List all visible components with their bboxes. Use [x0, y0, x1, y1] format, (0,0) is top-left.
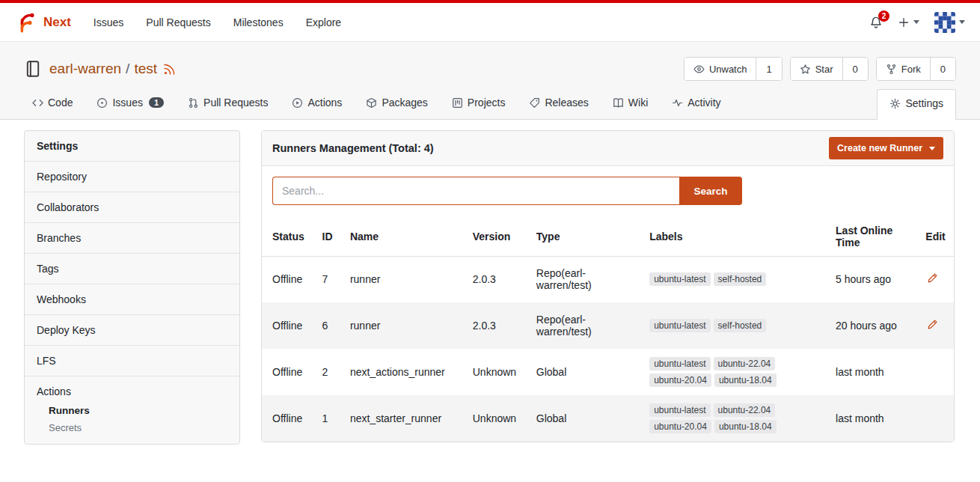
book-icon — [613, 97, 624, 109]
tab-label: Pull Requests — [203, 97, 268, 109]
runner-labels: ubuntu-latestubuntu-22.04ubuntu-20.04ubu… — [643, 395, 830, 442]
pr-icon — [188, 97, 199, 109]
column-header-version: Version — [467, 217, 530, 256]
sidebar-item-deploy-keys[interactable]: Deploy Keys — [25, 315, 239, 346]
nav-item-explore[interactable]: Explore — [306, 16, 341, 28]
tab-code[interactable]: Code — [24, 88, 81, 119]
sidebar-item-label: Deploy Keys — [25, 315, 239, 345]
fork-label: Fork — [901, 64, 921, 75]
runner-last-online: last month — [830, 349, 919, 395]
tab-issues[interactable]: Issues1 — [88, 88, 172, 119]
column-header-status: Status — [262, 217, 316, 256]
runner-last-online: 5 hours ago — [830, 256, 919, 302]
sidebar-item-label: Branches — [25, 223, 239, 253]
runner-version: 2.0.3 — [467, 256, 530, 302]
caret-down-icon — [913, 20, 919, 24]
sidebar-item-tags[interactable]: Tags — [25, 254, 239, 284]
forgejo-logo-icon — [15, 11, 37, 34]
search-bar: Search — [272, 177, 742, 205]
search-button[interactable]: Search — [679, 177, 742, 205]
tab-label: Issues — [112, 97, 142, 109]
sidebar-item-repository[interactable]: Repository — [25, 162, 239, 192]
tab-releases[interactable]: Releases — [521, 88, 596, 119]
play-icon — [292, 97, 303, 109]
runner-labels: ubuntu-latestself-hosted — [643, 256, 830, 302]
sidebar-item-actions[interactable]: ActionsRunnersSecrets — [25, 376, 239, 444]
sidebar-item-webhooks[interactable]: Webhooks — [25, 284, 239, 315]
fork-button[interactable]: Fork — [877, 58, 930, 80]
tab-label: Activity — [687, 97, 720, 109]
rss-icon[interactable] — [163, 63, 176, 76]
create-runner-button[interactable]: Create new Runner — [829, 137, 943, 159]
repo-header: earl-warren / test Unwatch 1 Star 0 — [0, 42, 980, 120]
search-input[interactable] — [272, 177, 679, 205]
runner-status: Offline — [262, 395, 316, 442]
runners-panel: Runners Management (Total: 4) Create new… — [261, 130, 955, 442]
sidebar-subitem-runners[interactable]: Runners — [25, 402, 239, 419]
notifications-button[interactable]: 2 — [869, 16, 883, 29]
runner-type: Repo(earl-warren/test) — [530, 256, 643, 302]
tab-wiki[interactable]: Wiki — [604, 88, 656, 119]
runner-row: Offline7runner2.0.3Repo(earl-warren/test… — [262, 256, 954, 302]
star-button[interactable]: Star — [791, 58, 842, 80]
tab-packages[interactable]: Packages — [358, 88, 435, 119]
runners-table: StatusIDNameVersionTypeLabelsLast Online… — [262, 217, 954, 442]
runner-label-badge: ubuntu-latest — [649, 357, 710, 370]
star-icon — [800, 64, 811, 75]
stars-count[interactable]: 0 — [842, 58, 868, 80]
edit-runner-button[interactable] — [925, 317, 940, 334]
runner-version: 2.0.3 — [467, 302, 530, 349]
eye-icon — [693, 64, 705, 75]
repo-icon — [24, 60, 42, 78]
nav-item-issues[interactable]: Issues — [94, 16, 123, 28]
runner-name: runner — [344, 302, 467, 349]
tab-projects[interactable]: Projects — [444, 88, 514, 119]
sidebar-subitem-secrets[interactable]: Secrets — [25, 419, 239, 436]
runner-label-badge: ubuntu-20.04 — [649, 373, 711, 387]
sidebar-item-branches[interactable]: Branches — [25, 223, 239, 254]
navbar-right: 2 — [869, 12, 965, 33]
user-menu-button[interactable] — [934, 12, 965, 33]
home-link[interactable]: Next — [15, 11, 71, 34]
repo-name-link[interactable]: test — [134, 61, 157, 77]
sidebar-item-lfs[interactable]: LFS — [25, 346, 239, 376]
tab-activity[interactable]: Activity — [664, 88, 729, 119]
runner-type: Global — [530, 349, 643, 395]
unwatch-button[interactable]: Unwatch — [685, 58, 756, 80]
runner-labels: ubuntu-latestubuntu-22.04ubuntu-20.04ubu… — [643, 349, 830, 395]
create-menu-button[interactable] — [898, 16, 919, 28]
user-avatar — [934, 12, 955, 33]
edit-runner-button[interactable] — [925, 271, 940, 287]
runner-row: Offline1next_starter_runnerUnknownGlobal… — [262, 395, 954, 442]
unwatch-label: Unwatch — [709, 64, 747, 75]
runner-status: Offline — [262, 256, 316, 302]
tab-pull-requests[interactable]: Pull Requests — [180, 88, 276, 119]
nav-item-milestones[interactable]: Milestones — [233, 16, 284, 28]
runner-status: Offline — [262, 349, 316, 395]
runner-last-online: last month — [830, 395, 919, 442]
runner-version: Unknown — [467, 349, 530, 395]
tag-icon — [529, 97, 540, 109]
brand-name: Next — [43, 15, 71, 30]
runner-id: 7 — [316, 256, 344, 302]
nav-item-pull-requests[interactable]: Pull Requests — [146, 16, 210, 28]
settings-sidebar: Settings RepositoryCollaboratorsBranches… — [24, 130, 240, 445]
tab-settings[interactable]: Settings — [877, 89, 956, 120]
watchers-count[interactable]: 1 — [756, 58, 781, 80]
sidebar-item-label: LFS — [25, 346, 239, 376]
runner-label-badge: self-hosted — [714, 319, 767, 332]
tab-label: Settings — [905, 97, 943, 109]
tab-actions[interactable]: Actions — [284, 88, 350, 119]
runner-status: Offline — [262, 302, 316, 349]
runner-label-badge: ubuntu-latest — [649, 403, 710, 417]
watch-button-group: Unwatch 1 — [684, 57, 783, 81]
repo-action-buttons: Unwatch 1 Star 0 Fork 0 — [684, 57, 956, 81]
forks-count[interactable]: 0 — [930, 58, 955, 80]
tab-count-badge: 1 — [149, 97, 164, 108]
sidebar-item-collaborators[interactable]: Collaborators — [25, 192, 239, 223]
panel-title: Runners Management (Total: 4) — [272, 142, 434, 154]
tab-label: Packages — [382, 97, 427, 109]
runner-label-badge: ubuntu-latest — [649, 319, 710, 332]
runner-label-badge: ubuntu-22.04 — [714, 403, 776, 417]
repo-owner-link[interactable]: earl-warren — [49, 61, 121, 77]
